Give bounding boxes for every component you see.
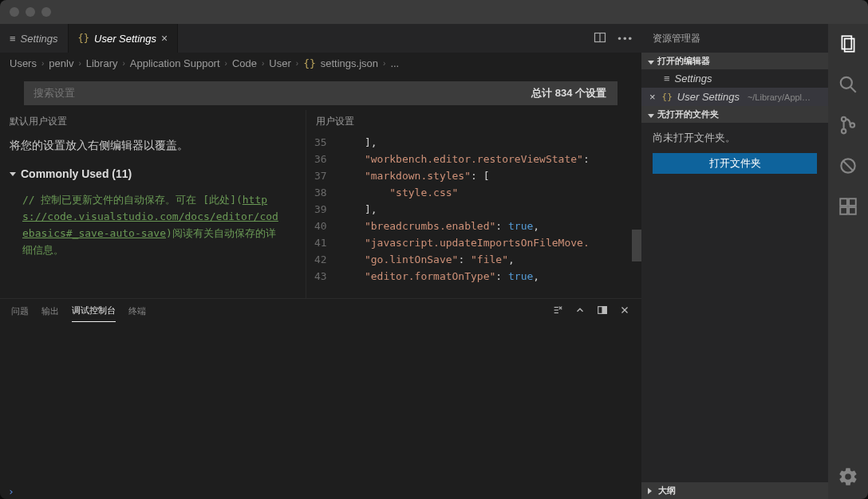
- more-actions-icon[interactable]: •••: [617, 33, 633, 45]
- svg-point-15: [842, 117, 846, 121]
- minimap-thumb[interactable]: [632, 230, 641, 261]
- zoom-window-icon[interactable]: [41, 7, 51, 17]
- tab-user-settings[interactable]: {} User Settings ×: [69, 24, 179, 53]
- pane-header: 用户设置: [306, 110, 641, 134]
- svg-point-16: [842, 129, 846, 133]
- collapse-panel-icon[interactable]: [574, 305, 586, 317]
- pane-intro: 将您的设置放入右侧编辑器以覆盖。: [0, 134, 306, 166]
- setting-description: // 控制已更新文件的自动保存。可在 [此处](https://code.vis…: [0, 182, 306, 258]
- svg-point-13: [841, 77, 852, 88]
- line-gutter: 353637383940414243: [306, 134, 340, 298]
- crumb[interactable]: Users: [10, 57, 37, 69]
- prompt-chevron-icon: ›: [8, 485, 14, 497]
- settings-json-editor[interactable]: 353637383940414243 ], "workbench.editor.…: [306, 134, 641, 298]
- minimap[interactable]: [632, 134, 641, 298]
- explorer-icon[interactable]: [838, 33, 858, 57]
- crumb[interactable]: settings.json: [321, 57, 378, 69]
- tab-label: User Settings: [94, 33, 156, 45]
- sidebar-title: 资源管理器: [641, 24, 828, 53]
- svg-rect-22: [849, 207, 856, 214]
- activity-bar: [828, 24, 868, 499]
- crumb[interactable]: Library: [86, 57, 118, 69]
- search-icon[interactable]: [838, 74, 858, 97]
- settings-lines-icon: ≡: [664, 73, 670, 84]
- json-braces-icon: {}: [78, 33, 89, 44]
- settings-count: 总计 834 个设置: [520, 81, 617, 105]
- pane-header: 默认用户设置: [0, 110, 306, 134]
- svg-rect-21: [840, 207, 847, 214]
- json-braces-icon: {}: [662, 92, 673, 102]
- settings-gear-icon[interactable]: [838, 466, 858, 489]
- debug-icon[interactable]: [838, 155, 858, 179]
- section-commonly-used[interactable]: Commonly Used (11): [0, 166, 306, 182]
- search-placeholder: 搜索设置: [34, 86, 75, 100]
- minimize-window-icon[interactable]: [26, 7, 35, 17]
- svg-rect-23: [849, 198, 856, 206]
- crumb[interactable]: ...: [390, 57, 399, 69]
- crumb[interactable]: User: [269, 57, 290, 69]
- crumb[interactable]: Application Support: [130, 57, 220, 69]
- source-control-icon[interactable]: [838, 115, 858, 138]
- window-controls[interactable]: [10, 7, 51, 17]
- tab-label: Settings: [21, 33, 58, 45]
- no-folder-text: 尚未打开文件夹。: [641, 123, 828, 153]
- panel-tab-debug-console[interactable]: 调试控制台: [72, 300, 116, 322]
- open-folder-button[interactable]: 打开文件夹: [653, 153, 817, 174]
- clear-console-icon[interactable]: [552, 305, 563, 317]
- tab-settings[interactable]: ≡ Settings: [0, 24, 69, 53]
- user-settings-pane: 用户设置 353637383940414243 ], "workbench.ed…: [306, 110, 641, 298]
- tab-bar: ≡ Settings {} User Settings × •••: [0, 24, 641, 53]
- crumb[interactable]: Code: [232, 57, 257, 69]
- outline-header[interactable]: 大纲: [641, 482, 828, 499]
- split-editor-icon[interactable]: [594, 31, 606, 46]
- panel-tab-problems[interactable]: 问题: [11, 301, 29, 322]
- breadcrumbs[interactable]: Users› penlv› Library› Application Suppo…: [0, 53, 641, 73]
- item-path: ~/Library/Appl…: [748, 92, 811, 102]
- svg-rect-8: [602, 307, 606, 314]
- open-editors-header[interactable]: 打开的编辑器: [641, 53, 828, 69]
- toggle-panel-layout-icon[interactable]: [597, 305, 608, 317]
- open-editor-item-user-settings[interactable]: × {} User Settings ~/Library/Appl…: [641, 88, 828, 106]
- panel-tab-output[interactable]: 输出: [41, 301, 59, 322]
- settings-search-input[interactable]: 搜索设置: [24, 81, 521, 105]
- svg-rect-20: [840, 198, 847, 206]
- close-panel-icon[interactable]: [619, 305, 630, 317]
- title-bar: [0, 0, 868, 24]
- close-tab-icon[interactable]: ×: [161, 32, 168, 45]
- bottom-panel: 问题 输出 调试控制台 终端 ›: [0, 298, 641, 499]
- debug-console-input[interactable]: ›: [0, 484, 641, 499]
- svg-line-19: [843, 161, 854, 171]
- close-editor-icon[interactable]: ×: [649, 91, 656, 103]
- extensions-icon[interactable]: [838, 196, 858, 219]
- no-folder-header[interactable]: 无打开的文件夹: [641, 106, 828, 123]
- explorer-sidebar: 资源管理器 打开的编辑器 ≡ Settings × {} User Settin…: [641, 24, 828, 499]
- default-settings-pane: 默认用户设置 将您的设置放入右侧编辑器以覆盖。 Commonly Used (1…: [0, 110, 306, 298]
- panel-tab-terminal[interactable]: 终端: [128, 301, 146, 322]
- crumb[interactable]: penlv: [49, 57, 73, 69]
- open-editor-item-settings[interactable]: ≡ Settings: [641, 69, 828, 88]
- svg-line-14: [850, 87, 856, 92]
- close-window-icon[interactable]: [10, 7, 19, 17]
- settings-lines-icon: ≡: [10, 33, 16, 45]
- json-braces-icon: {}: [303, 57, 316, 69]
- editor-area: ≡ Settings {} User Settings × ••• Users›…: [0, 24, 641, 499]
